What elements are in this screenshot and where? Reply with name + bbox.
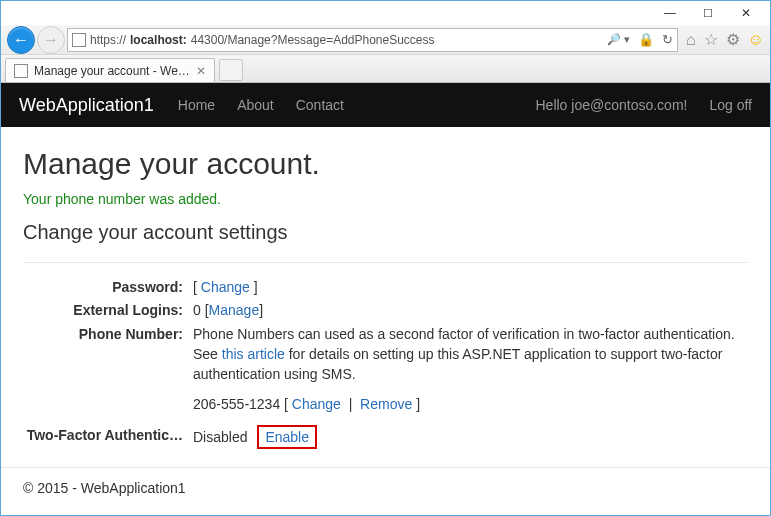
- arrow-right-icon: →: [43, 31, 59, 49]
- browser-tab-active[interactable]: Manage your account - We… ✕: [5, 58, 215, 82]
- browser-forward-button[interactable]: →: [37, 26, 65, 54]
- page-title: Manage your account.: [23, 147, 748, 181]
- brand-link[interactable]: WebApplication1: [19, 95, 154, 116]
- url-host: localhost:: [130, 33, 187, 47]
- change-phone-link[interactable]: Change: [292, 396, 341, 412]
- arrow-left-icon: ←: [13, 31, 29, 49]
- favorites-icon[interactable]: ☆: [704, 30, 718, 49]
- nav-about[interactable]: About: [237, 97, 274, 113]
- separator: |: [341, 396, 360, 412]
- bracket: [: [284, 396, 292, 412]
- external-logins-count: 0: [193, 302, 201, 318]
- footer-text: © 2015 - WebApplication1: [1, 468, 770, 508]
- lock-icon: 🔒: [638, 32, 654, 47]
- new-tab-button[interactable]: [219, 59, 243, 81]
- tab-title: Manage your account - We…: [34, 64, 190, 78]
- section-heading: Change your account settings: [23, 221, 748, 244]
- window-maximize-button[interactable]: ☐: [690, 4, 726, 22]
- enable-two-factor-highlight: Enable: [257, 425, 317, 449]
- address-bar[interactable]: https://localhost:44300/Manage?Message=A…: [67, 28, 678, 52]
- nav-contact[interactable]: Contact: [296, 97, 344, 113]
- refresh-icon[interactable]: ↻: [662, 32, 673, 47]
- page-icon: [72, 33, 86, 47]
- divider: [23, 262, 748, 263]
- search-dropdown-icon[interactable]: 🔎 ▾: [607, 33, 630, 46]
- window-minimize-button[interactable]: —: [652, 4, 688, 22]
- external-logins-label: External Logins:: [23, 300, 193, 320]
- url-path: 44300/Manage?Message=AddPhoneSuccess: [191, 33, 435, 47]
- tools-gear-icon[interactable]: ⚙: [726, 30, 740, 49]
- bracket: ]: [412, 396, 420, 412]
- success-message: Your phone number was added.: [23, 191, 748, 207]
- empty-label: [23, 394, 193, 414]
- close-tab-icon[interactable]: ✕: [196, 64, 206, 78]
- password-label: Password:: [23, 277, 193, 297]
- smiley-icon[interactable]: ☺: [748, 31, 764, 49]
- two-factor-label: Two-Factor Authentic…: [23, 425, 193, 449]
- url-protocol: https://: [90, 33, 126, 47]
- manage-external-logins-link[interactable]: Manage: [209, 302, 260, 318]
- nav-home[interactable]: Home: [178, 97, 215, 113]
- two-factor-status: Disabled: [193, 429, 247, 445]
- bracket: ]: [250, 279, 258, 295]
- phone-number-value: 206-555-1234: [193, 396, 280, 412]
- nav-greeting[interactable]: Hello joe@contoso.com!: [535, 97, 687, 113]
- remove-phone-link[interactable]: Remove: [360, 396, 412, 412]
- this-article-link[interactable]: this article: [222, 346, 285, 362]
- bracket: [: [193, 279, 201, 295]
- nav-logoff[interactable]: Log off: [709, 97, 752, 113]
- window-close-button[interactable]: ✕: [728, 4, 764, 22]
- change-password-link[interactable]: Change: [201, 279, 250, 295]
- browser-back-button[interactable]: ←: [7, 26, 35, 54]
- home-icon[interactable]: ⌂: [686, 31, 696, 49]
- phone-number-label: Phone Number:: [23, 324, 193, 385]
- page-icon: [14, 64, 28, 78]
- bracket: ]: [259, 302, 263, 318]
- enable-two-factor-link[interactable]: Enable: [265, 429, 309, 445]
